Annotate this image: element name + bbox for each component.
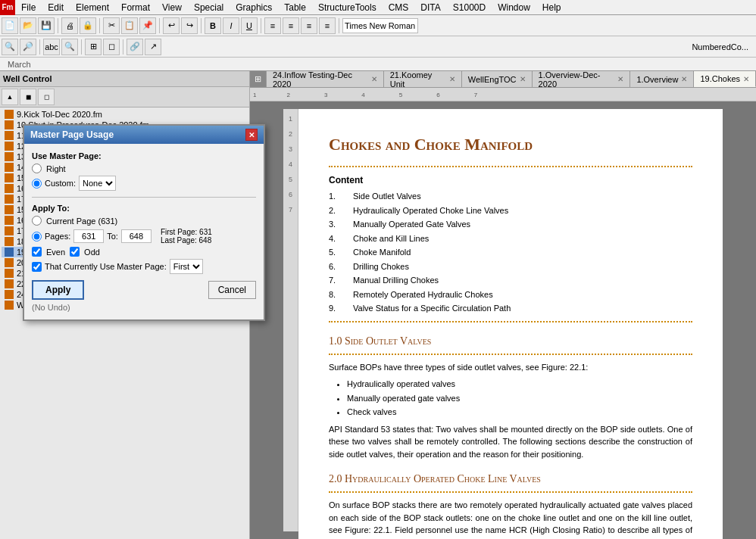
file-item[interactable]: 9.Kick Tol-Dec 2020.fm: [2, 109, 248, 120]
open-btn[interactable]: 📂: [20, 17, 36, 34]
file-icon: [5, 110, 14, 119]
bold-btn[interactable]: B: [205, 17, 221, 34]
italic-btn[interactable]: I: [223, 17, 239, 34]
menu-s1000d[interactable]: S1000D: [447, 1, 492, 14]
current-page-label: Current Page (631): [46, 217, 117, 226]
graphics-btn[interactable]: ◻: [103, 39, 120, 55]
mp-select[interactable]: First: [170, 259, 203, 274]
find-btn[interactable]: 🔍: [61, 39, 78, 55]
check-odd[interactable]: [70, 247, 80, 257]
doc-icon: ⊞: [250, 71, 267, 87]
align-center-btn[interactable]: ≡: [283, 17, 299, 34]
file-icon: [5, 258, 14, 267]
doc-tab-1.overview[interactable]: 1.Overview✕: [630, 71, 694, 87]
menu-special[interactable]: Special: [188, 1, 230, 14]
align-right-btn[interactable]: ≡: [301, 17, 317, 34]
list-item: Manually operated gate valves: [347, 392, 692, 405]
menu-file[interactable]: File: [15, 1, 42, 14]
sidebar-btn-1[interactable]: ▲: [2, 89, 18, 105]
cancel-button[interactable]: Cancel: [208, 281, 256, 299]
redo-btn[interactable]: ↪: [181, 17, 198, 34]
check-that[interactable]: [32, 262, 42, 272]
spell-btn[interactable]: abc: [43, 39, 60, 55]
list-item: Check valves: [347, 406, 692, 419]
file-icon: [5, 173, 14, 182]
pages-to-input[interactable]: [121, 229, 152, 243]
that-label: That Currently Use Master Page:: [45, 262, 167, 271]
file-icon: [5, 237, 14, 246]
toc-text: Hydraulically Operated Choke Line Valves: [353, 204, 508, 217]
menubar: Fm File Edit Element Format View Special…: [0, 0, 756, 15]
menu-dita[interactable]: DITA: [414, 1, 446, 14]
sep6: [339, 18, 339, 33]
menu-table[interactable]: Table: [278, 1, 312, 14]
lock-btn[interactable]: 🔒: [80, 17, 96, 34]
toc-num: 4.: [329, 232, 344, 245]
menu-cms[interactable]: CMS: [383, 1, 415, 14]
doc-tab-21.koomey-unit[interactable]: 21.Koomey Unit✕: [384, 71, 462, 87]
radio-pages[interactable]: [32, 232, 42, 241]
menu-element[interactable]: Element: [70, 1, 115, 14]
toc-num: 5.: [329, 246, 344, 259]
radio-right[interactable]: [32, 164, 42, 173]
font-name-input[interactable]: [342, 18, 418, 33]
toc-num: 3.: [329, 218, 344, 231]
file-icon: [5, 184, 14, 193]
zoom-in-btn[interactable]: 🔍: [2, 39, 18, 55]
section1-bullets: Hydraulically operated valvesManually op…: [347, 378, 692, 419]
file-icon: [5, 301, 14, 310]
file-icon: [5, 195, 14, 204]
main-area: Master Page Usage ✕ Use Master Page: Rig…: [0, 71, 756, 539]
ruler-mark-1: 1: [253, 92, 256, 98]
save-btn[interactable]: 💾: [38, 17, 55, 34]
menu-graphics[interactable]: Graphics: [230, 1, 278, 14]
new-btn[interactable]: 📄: [2, 17, 18, 34]
radio-custom[interactable]: [32, 179, 42, 188]
xref-btn[interactable]: ↗: [145, 39, 161, 55]
radio-current-page[interactable]: [32, 216, 42, 226]
title-dotted-line: [329, 166, 692, 167]
toc-dotted-line: [329, 321, 692, 322]
align-left-btn[interactable]: ≡: [264, 17, 281, 34]
apply-button[interactable]: Apply: [32, 280, 84, 300]
menu-structuretools[interactable]: StructureTools: [312, 1, 383, 14]
file-icon: [5, 248, 14, 257]
undo-btn[interactable]: ↩: [163, 17, 180, 34]
last-page-info: Last Page: 648: [161, 236, 212, 245]
file-icon: [5, 216, 14, 225]
doc-tab-24.inflow-testing-dec-2020[interactable]: 24.Inflow Testing-Dec 2020✕: [267, 71, 384, 87]
menu-help[interactable]: Help: [536, 1, 567, 14]
doc-tab-19.chokes[interactable]: 19.Chokes✕: [694, 71, 756, 87]
dialog-close-button[interactable]: ✕: [245, 129, 258, 141]
file-icon: [5, 290, 14, 299]
ruler-mark-5: 5: [399, 92, 402, 98]
file-icon: [5, 279, 14, 288]
copy-btn[interactable]: 📋: [121, 17, 138, 34]
cut-btn[interactable]: ✂: [103, 17, 120, 34]
menu-format[interactable]: Format: [115, 1, 156, 14]
sep3: [159, 18, 160, 33]
print-btn[interactable]: 🖨: [61, 17, 78, 34]
section2-dotted-line: [329, 491, 692, 493]
check-even[interactable]: [32, 247, 42, 257]
sidebar-btn-2[interactable]: ◼: [20, 89, 36, 105]
menu-view[interactable]: View: [156, 1, 188, 14]
link-btn[interactable]: 🔗: [127, 39, 143, 55]
pages-from-input[interactable]: [73, 229, 104, 243]
menu-window[interactable]: Window: [492, 1, 536, 14]
sep7: [39, 39, 40, 55]
doc-tab-wellengtoc[interactable]: WellEngTOC✕: [462, 71, 533, 87]
doc-tab-1.overview-dec-2020[interactable]: 1.Overview-Dec-2020✕: [533, 71, 631, 87]
paste-btn[interactable]: 📌: [139, 17, 156, 34]
menu-edit[interactable]: Edit: [42, 1, 70, 14]
ruler-mark-4: 4: [361, 92, 364, 98]
toolbar-1: 📄 📂 💾 🖨 🔒 ✂ 📋 📌 ↩ ↪ B I U ≡ ≡ ≡ ≡: [0, 15, 756, 36]
underline-btn[interactable]: U: [241, 17, 258, 34]
toc-num: 9.: [329, 302, 344, 315]
align-justify-btn[interactable]: ≡: [319, 17, 336, 34]
zoom-out-btn[interactable]: 🔎: [20, 39, 36, 55]
custom-select[interactable]: None: [79, 176, 116, 191]
use-master-page-section: Use Master Page: Right Custom: None: [32, 151, 256, 191]
table-btn[interactable]: ⊞: [85, 39, 102, 55]
sidebar-btn-3[interactable]: ◻: [38, 89, 55, 105]
